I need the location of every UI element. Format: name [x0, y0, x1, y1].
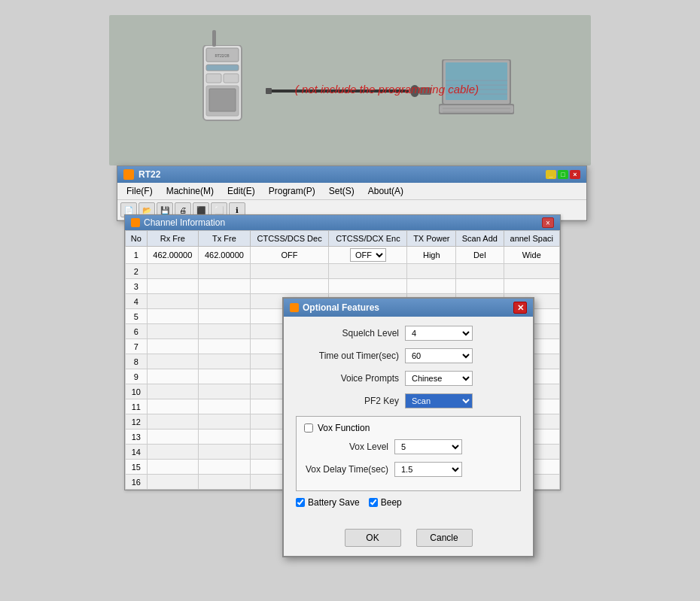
menu-machine[interactable]: Machine(M) — [160, 184, 220, 198]
app-title: RT22 — [138, 169, 160, 180]
cell-no: 4 — [126, 294, 148, 309]
table-row: 3 — [126, 279, 560, 294]
vox-checkbox[interactable] — [304, 423, 313, 433]
radio-svg: RT22/28 — [202, 45, 243, 128]
cell-scan-add: Del — [456, 247, 504, 264]
svg-rect-7 — [209, 89, 236, 111]
cell-no: 13 — [126, 430, 148, 445]
voice-prompts-row: Voice Prompts Chinese OffEnglish — [296, 371, 521, 386]
menu-program[interactable]: Program(P) — [263, 184, 321, 198]
svg-rect-8 — [266, 88, 272, 94]
table-row: 2 — [126, 264, 560, 279]
svg-rect-5 — [224, 74, 239, 83]
optional-content: Squelch Level 4 1235 6789 Time out Timer… — [284, 317, 533, 523]
cancel-button[interactable]: Cancle — [416, 529, 473, 547]
menu-about[interactable]: About(A) — [362, 184, 409, 198]
not-include-label: ( not include the programming cable) — [295, 83, 479, 96]
beep-checkbox[interactable] — [369, 498, 378, 507]
voice-prompts-select[interactable]: Chinese OffEnglish — [405, 371, 473, 386]
squelch-label: Squelch Level — [296, 328, 405, 338]
optional-title-bar: Optional Features ✕ — [284, 299, 533, 317]
cell-no: 11 — [126, 399, 148, 414]
cell-no: 9 — [126, 369, 148, 384]
menu-edit[interactable]: Edit(E) — [221, 184, 261, 198]
voice-prompts-label: Voice Prompts — [296, 373, 405, 384]
col-no: No — [126, 231, 148, 247]
maximize-btn[interactable]: □ — [558, 170, 568, 179]
squelch-row: Squelch Level 4 1235 6789 — [296, 326, 521, 341]
col-tx-power: TX Power — [407, 231, 456, 247]
squelch-select[interactable]: 4 1235 6789 — [405, 326, 473, 341]
cell-no: 7 — [126, 339, 148, 354]
col-ctcss-dec: CTCSS/DCS Dec — [250, 231, 329, 247]
close-btn[interactable]: × — [570, 170, 580, 179]
voice-prompts-control: Chinese OffEnglish — [405, 371, 473, 386]
menu-file[interactable]: File(F) — [120, 184, 159, 198]
col-spacing: annel Spaci — [504, 231, 559, 247]
svg-rect-4 — [206, 74, 221, 83]
optional-title: Optional Features — [303, 302, 379, 313]
cell-no: 5 — [126, 309, 148, 324]
app-title-bar: RT22 _ □ × — [117, 166, 586, 183]
channel-close-btn[interactable]: × — [542, 217, 554, 228]
cell-no: 1 — [126, 247, 148, 264]
timeout-select[interactable]: 60 304590 120180 — [405, 348, 473, 363]
vox-level-row: Vox Level 5 1234 6789 — [304, 439, 513, 454]
channel-title: Channel Information — [144, 217, 225, 228]
vox-delay-control: 1.5 0.51.02.0 2.53.0 — [394, 462, 462, 477]
beep-item: Beep — [369, 497, 402, 508]
timeout-row: Time out Timer(sec) 60 304590 120180 — [296, 348, 521, 363]
vox-level-control: 5 1234 6789 — [394, 439, 462, 454]
svg-text:RT22/28: RT22/28 — [215, 53, 229, 58]
menu-set[interactable]: Set(S) — [323, 184, 361, 198]
vox-level-select[interactable]: 5 1234 6789 — [394, 439, 462, 454]
optional-dialog: Optional Features ✕ Squelch Level 4 1235… — [282, 297, 534, 557]
battery-beep-row: Battery Save Beep — [296, 497, 521, 508]
channel-icon — [131, 218, 140, 227]
cell-no: 12 — [126, 414, 148, 430]
cell-tx-power: High — [407, 247, 456, 264]
cell-spacing: Wide — [504, 247, 559, 264]
col-tx-fre: Tx Fre — [199, 231, 251, 247]
vox-delay-select[interactable]: 1.5 0.51.02.0 2.53.0 — [394, 462, 462, 477]
cell-no: 3 — [126, 279, 148, 294]
optional-icon — [290, 303, 299, 312]
cell-no: 15 — [126, 460, 148, 475]
table-row: 1 462.00000 462.00000 OFF OFF High Del W… — [126, 247, 560, 264]
timeout-label: Time out Timer(sec) — [296, 351, 405, 361]
cell-no: 2 — [126, 264, 148, 279]
battery-save-checkbox[interactable] — [296, 498, 305, 507]
pf2-row: PF2 Key Scan MonitorAlarm — [296, 393, 521, 408]
ctcss-enc-select[interactable]: OFF — [350, 248, 386, 262]
vox-delay-label: Vox Delay Time(sec) — [304, 464, 394, 475]
cell-ctcss-dec: OFF — [250, 247, 329, 264]
cell-no: 14 — [126, 445, 148, 460]
top-image-area: RT22/28 — [109, 15, 591, 165]
cell-no: 16 — [126, 475, 148, 490]
pf2-label: PF2 Key — [296, 396, 405, 406]
vox-label: Vox Function — [318, 423, 370, 433]
vox-level-label: Vox Level — [304, 442, 394, 452]
cell-ctcss-enc[interactable]: OFF — [329, 247, 407, 264]
svg-rect-3 — [206, 65, 239, 71]
vox-header: Vox Function — [304, 423, 513, 433]
pf2-select[interactable]: Scan MonitorAlarm — [405, 393, 473, 408]
beep-label: Beep — [381, 497, 402, 508]
battery-save-item: Battery Save — [296, 497, 360, 508]
channel-title-bar: Channel Information × — [125, 215, 560, 230]
col-rx-fre: Rx Fre — [147, 231, 199, 247]
pf2-control: Scan MonitorAlarm — [405, 393, 473, 408]
cell-rx-fre: 462.00000 — [147, 247, 199, 264]
minimize-btn[interactable]: _ — [546, 170, 556, 179]
vox-delay-row: Vox Delay Time(sec) 1.5 0.51.02.0 2.53.0 — [304, 462, 513, 477]
cell-no: 6 — [126, 324, 148, 339]
optional-close-btn[interactable]: ✕ — [513, 302, 527, 314]
vox-section: Vox Function Vox Level 5 1234 6789 Vox D… — [296, 416, 521, 491]
col-scan-add: Scan Add — [456, 231, 504, 247]
app-icon — [123, 169, 134, 180]
cell-no: 8 — [126, 354, 148, 369]
squelch-control: 4 1235 6789 — [405, 326, 473, 341]
menu-bar: File(F) Machine(M) Edit(E) Program(P) Se… — [117, 183, 586, 200]
ok-button[interactable]: OK — [345, 529, 401, 547]
col-ctcss-enc: CTCSS/DCX Enc — [329, 231, 407, 247]
